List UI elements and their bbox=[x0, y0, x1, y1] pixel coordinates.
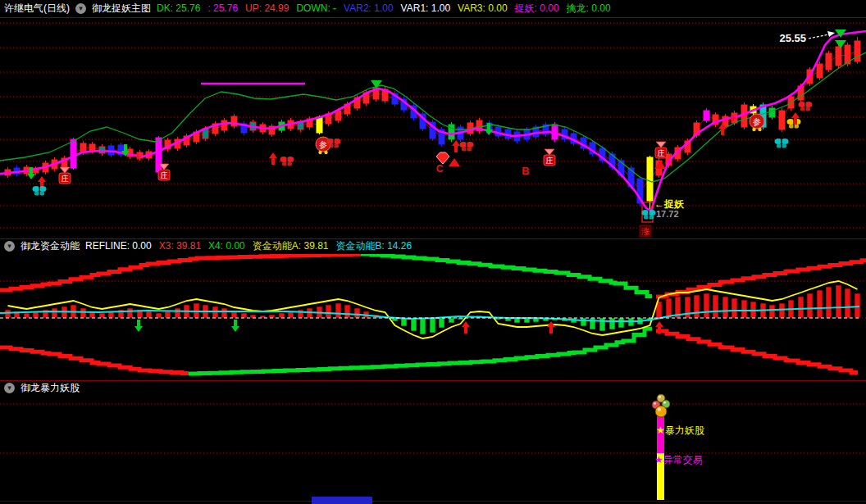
signal-ball-highlight bbox=[659, 396, 661, 398]
indicator-value: UP: 24.99 bbox=[245, 2, 289, 14]
butterfly-icon bbox=[775, 138, 789, 148]
momentum-bar bbox=[354, 308, 360, 318]
indicator-value: DK: 25.76 bbox=[157, 2, 200, 14]
butterfly-wing bbox=[327, 138, 335, 144]
butterfly-wing bbox=[642, 210, 650, 216]
momentum-bar bbox=[194, 303, 199, 318]
banker-seal-gem bbox=[545, 149, 554, 155]
candle bbox=[476, 118, 482, 134]
main-chart-header: 许继电气(日线) ▾ 御龙捉妖主图 DK: 25.76: 25.76UP: 24… bbox=[0, 0, 866, 17]
banker-seal-icon: 庄 bbox=[544, 149, 555, 166]
date-highlight[interactable] bbox=[312, 497, 372, 504]
momentum-bar bbox=[80, 308, 86, 318]
chart-annotation: ←捉妖 bbox=[654, 198, 685, 210]
collapse-chevron-icon[interactable]: ▾ bbox=[4, 241, 15, 252]
momentum-indicator-values: REFLINE: 0.00X3: 39.81X4: 0.00资金动能A: 39.… bbox=[85, 239, 419, 253]
down-arrow-icon bbox=[231, 320, 239, 332]
signal-ball-highlight bbox=[663, 402, 666, 404]
banker-seal-char: 庄 bbox=[62, 175, 69, 183]
momentum-bar bbox=[798, 297, 804, 318]
momentum-bar bbox=[769, 305, 775, 318]
band-line bbox=[0, 347, 189, 373]
butterfly-wing bbox=[460, 142, 467, 148]
butterfly-icon bbox=[642, 210, 656, 220]
seal-char: 参 bbox=[753, 117, 761, 126]
candle bbox=[449, 122, 454, 142]
momentum-bar bbox=[694, 295, 700, 318]
momentum-bar bbox=[618, 318, 624, 328]
candle-body bbox=[335, 111, 341, 120]
banker-seal-icon: 庄 bbox=[59, 167, 71, 184]
banker-seal-gem bbox=[656, 142, 666, 148]
candle bbox=[430, 120, 435, 141]
momentum-bar bbox=[581, 318, 586, 326]
butterfly-wing bbox=[805, 102, 813, 107]
signal-marker-label: ★暴力妖股 bbox=[656, 425, 704, 436]
indicator-value: 资金动能A: 39.81 bbox=[253, 240, 329, 252]
momentum-panel-title: 御龙资金动能 bbox=[21, 239, 80, 253]
butterfly-icon bbox=[280, 157, 294, 166]
momentum-panel-chart[interactable] bbox=[0, 254, 866, 380]
up-arrow-icon bbox=[547, 321, 555, 334]
indicator-value: VAR2: 1.00 bbox=[344, 2, 393, 14]
gem-icon bbox=[436, 152, 449, 164]
momentum-bar bbox=[855, 293, 860, 318]
candle-body bbox=[89, 144, 95, 151]
momentum-bar bbox=[430, 318, 435, 333]
band-line bbox=[656, 331, 858, 373]
momentum-bar bbox=[231, 311, 237, 318]
butterfly-body bbox=[804, 102, 806, 111]
chart-annotation: B bbox=[522, 165, 529, 177]
candle bbox=[439, 127, 444, 147]
momentum-bar bbox=[212, 306, 218, 318]
momentum-bar bbox=[845, 288, 850, 318]
banker-seal-char: 庄 bbox=[658, 149, 665, 157]
main-candlestick-chart[interactable]: 庄庄参CB庄庄←捉妖17.72涨参25.55 bbox=[0, 18, 866, 238]
down-arrow-icon bbox=[134, 320, 143, 332]
butterfly-body bbox=[333, 139, 335, 148]
candle-body bbox=[817, 64, 823, 78]
momentum-bar bbox=[732, 298, 737, 318]
candle bbox=[741, 102, 747, 129]
seal-foot bbox=[752, 128, 755, 131]
indicator-value: REFLINE: 0.00 bbox=[85, 240, 152, 252]
collapse-chevron-icon[interactable]: ▾ bbox=[75, 3, 86, 14]
up-arrow-icon bbox=[452, 140, 460, 152]
candle bbox=[420, 111, 426, 131]
butterfly-icon bbox=[460, 142, 474, 152]
momentum-bar bbox=[156, 313, 162, 318]
candle bbox=[165, 138, 171, 152]
momentum-bar bbox=[836, 285, 841, 318]
candle-body bbox=[836, 47, 841, 66]
candle-body bbox=[156, 138, 162, 172]
momentum-bar bbox=[628, 318, 634, 326]
signal-marker-label: ★异常交易 bbox=[654, 454, 703, 465]
butterfly-body bbox=[39, 187, 40, 195]
momentum-bar bbox=[750, 302, 756, 318]
candle-body bbox=[741, 105, 747, 127]
butterfly-wing bbox=[334, 138, 341, 144]
momentum-bar bbox=[288, 311, 294, 318]
candle-body bbox=[317, 117, 322, 133]
candle bbox=[713, 112, 718, 127]
candle bbox=[118, 143, 124, 157]
indicator-value: VAR1: 1.00 bbox=[401, 2, 450, 14]
momentum-bar bbox=[5, 310, 11, 318]
butterfly-body bbox=[648, 211, 650, 219]
band-line bbox=[361, 254, 652, 297]
butterfly-wing bbox=[787, 119, 795, 125]
momentum-bar bbox=[279, 313, 285, 318]
momentum-bar bbox=[722, 297, 728, 318]
momentum-bar bbox=[241, 313, 247, 318]
momentum-bar bbox=[411, 318, 417, 331]
candle bbox=[269, 124, 275, 137]
candle bbox=[562, 127, 567, 142]
momentum-bar bbox=[599, 318, 605, 331]
signal-panel-chart[interactable]: ★暴力妖股★异常交易 bbox=[0, 388, 866, 502]
momentum-bar bbox=[807, 293, 813, 318]
momentum-bar bbox=[420, 318, 426, 334]
candle bbox=[817, 61, 823, 80]
momentum-bar bbox=[326, 305, 331, 318]
butterfly-body bbox=[466, 143, 467, 151]
candle-body bbox=[647, 157, 653, 201]
